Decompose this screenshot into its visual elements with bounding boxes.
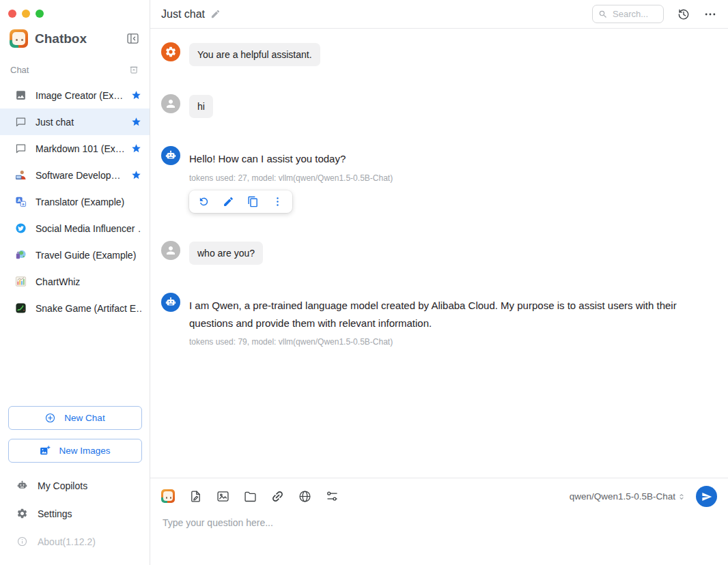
message-text: Hello! How can I assist you today?: [189, 147, 393, 168]
conversation-label: Translator (Example): [36, 197, 141, 207]
search-icon: [598, 10, 608, 19]
gear-icon: [161, 42, 180, 61]
send-icon: [701, 491, 712, 502]
sidebar-item-image-creator-ex[interactable]: Image Creator (Ex…: [0, 82, 150, 108]
message-user: hi: [161, 94, 717, 118]
twitter-icon: [15, 222, 27, 234]
sidebar-item-social-media-influencer[interactable]: Social Media Influencer …: [0, 215, 150, 242]
edit-title-icon[interactable]: [210, 9, 221, 19]
window-close-button[interactable]: [8, 10, 16, 18]
sidebar-item-settings[interactable]: Settings: [0, 499, 150, 527]
new-chat-label: New Chat: [64, 413, 104, 423]
sidebar-item-about[interactable]: About(1.12.2): [0, 527, 150, 555]
message-text: who are you?: [189, 242, 263, 265]
sidebar-item-my-copilots[interactable]: My Copilots: [0, 472, 150, 499]
search-box[interactable]: [592, 5, 664, 23]
window-controls: [0, 0, 150, 18]
send-button[interactable]: [696, 486, 717, 507]
star-icon[interactable]: [131, 90, 141, 100]
conversation-list: Image Creator (Ex…Just chatMarkdown 101 …: [0, 82, 150, 321]
star-icon[interactable]: [131, 143, 141, 154]
conversation-label: ChartWhiz: [36, 276, 141, 287]
edit-icon[interactable]: [223, 196, 234, 207]
sidebar-item-travel-guide-example[interactable]: Travel Guide (Example): [0, 242, 150, 268]
chat-bubble-icon: [15, 116, 27, 128]
settings-sliders-icon[interactable]: [325, 489, 339, 504]
developer-icon: [15, 169, 27, 181]
folder-icon[interactable]: [243, 489, 257, 504]
message-text: hi: [189, 95, 213, 118]
star-icon[interactable]: [131, 117, 141, 127]
regenerate-icon[interactable]: [198, 196, 210, 207]
window-minimize-button[interactable]: [22, 10, 30, 18]
conversation-label: Markdown 101 (Ex…: [36, 143, 127, 154]
person-icon: [161, 94, 180, 113]
history-icon[interactable]: [677, 8, 690, 21]
sidebar-item-markdown-101-ex[interactable]: Markdown 101 (Ex…: [0, 135, 150, 162]
chart-icon: [15, 276, 27, 287]
new-chat-button[interactable]: New Chat: [8, 406, 142, 430]
copy-icon[interactable]: [247, 196, 259, 207]
clear-conversations-icon[interactable]: [128, 64, 139, 75]
search-input[interactable]: [611, 8, 659, 20]
attach-file-icon[interactable]: [188, 489, 203, 504]
robot-icon: [161, 293, 180, 312]
brand-row: Chatbox: [0, 29, 150, 48]
conversation-label: Software Develop…: [36, 170, 127, 181]
new-images-label: New Images: [59, 446, 110, 456]
model-selector[interactable]: qwen/Qwen1.5-0.5B-Chat: [570, 491, 686, 502]
sidebar-item-translator-example[interactable]: AaTranslator (Example): [0, 188, 150, 215]
chatbox-logo-icon: [10, 29, 28, 48]
link-icon[interactable]: [270, 489, 285, 504]
message-body: I am Qwen, a pre-trained language model …: [189, 293, 714, 347]
composer-toolbar: qwen/Qwen1.5-0.5B-Chat: [161, 486, 717, 507]
chatbox-logo-icon[interactable]: [161, 489, 176, 504]
star-icon[interactable]: [131, 170, 141, 180]
message-meta: tokens used: 27, model: vllm(qwen/Qwen1.…: [189, 173, 393, 183]
chevron-updown-icon: [677, 492, 686, 502]
message-body: hi: [189, 94, 213, 118]
message-text: You are a helpful assistant.: [189, 43, 320, 66]
info-icon: [16, 536, 28, 547]
message-action-toolbar: [189, 190, 292, 213]
more-vert-icon[interactable]: [272, 196, 283, 207]
collapse-sidebar-icon[interactable]: [126, 31, 140, 46]
chat-section-header: Chat: [0, 64, 150, 75]
sidebar-item-snake-game-artifact-e[interactable]: Snake Game (Artifact E…: [0, 295, 150, 321]
conversation-title: Just chat: [161, 8, 205, 20]
message-system: You are a helpful assistant.: [161, 42, 717, 66]
attach-image-icon[interactable]: [216, 489, 230, 504]
conversation-label: Travel Guide (Example): [36, 250, 141, 261]
translator-icon: Aa: [15, 196, 27, 207]
message-list: You are a helpful assistant.hiHello! How…: [150, 29, 728, 478]
message-body: who are you?: [189, 241, 263, 265]
composer: qwen/Qwen1.5-0.5B-Chat: [150, 478, 728, 565]
robot-icon: [161, 146, 180, 165]
composer-icons: [161, 489, 339, 504]
message-meta: tokens used: 79, model: vllm(qwen/Qwen1.…: [189, 337, 714, 347]
message-input[interactable]: [161, 516, 717, 554]
person-icon: [161, 241, 180, 260]
conversation-label: Social Media Influencer …: [36, 223, 141, 234]
message-assistant: I am Qwen, a pre-trained language model …: [161, 293, 717, 347]
robot-icon: [16, 480, 28, 491]
window-zoom-button[interactable]: [36, 10, 44, 18]
sidebar-bottom: New Chat New Images My Copilots Settings…: [0, 406, 150, 555]
more-menu-icon[interactable]: [703, 8, 717, 21]
main-panel: Just chat You are a helpful assistant.hi…: [150, 0, 728, 565]
app-title: Chatbox: [35, 31, 126, 46]
chat-section-label: Chat: [10, 65, 128, 75]
conversation-label: Just chat: [36, 117, 127, 128]
message-body: Hello! How can I assist you today?tokens…: [189, 146, 393, 213]
web-icon[interactable]: [298, 489, 312, 504]
gear-icon: [16, 508, 28, 519]
plus-circle-icon: [44, 412, 56, 424]
sidebar-item-chartwhiz[interactable]: ChartWhiz: [0, 268, 150, 295]
sidebar-item-software-develop[interactable]: Software Develop…: [0, 162, 150, 188]
my-copilots-label: My Copilots: [38, 480, 87, 491]
message-body: You are a helpful assistant.: [189, 42, 320, 66]
new-images-button[interactable]: New Images: [8, 439, 142, 463]
sidebar-item-just-chat[interactable]: Just chat: [0, 108, 150, 135]
model-name: qwen/Qwen1.5-0.5B-Chat: [570, 491, 675, 502]
conversation-label: Snake Game (Artifact E…: [36, 303, 141, 314]
